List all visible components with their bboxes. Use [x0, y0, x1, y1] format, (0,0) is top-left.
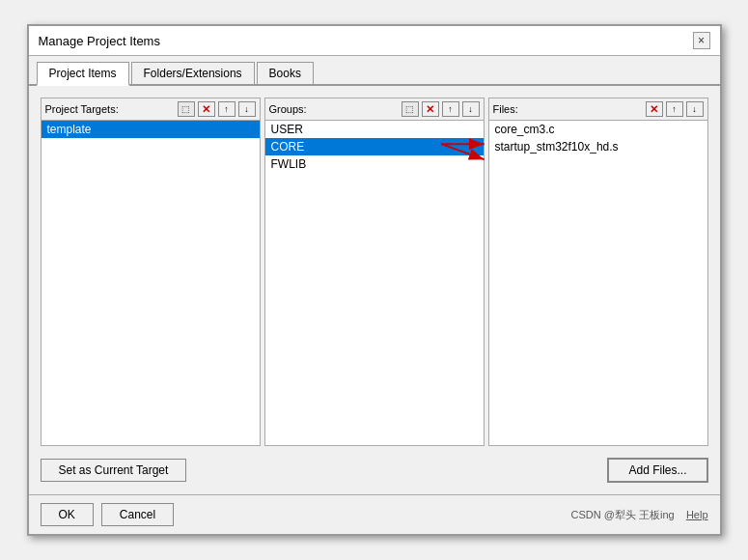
groups-panel: Groups: ⬚ ✕ ↑ ↓	[264, 98, 485, 446]
add-files-button[interactable]: Add Files...	[607, 458, 707, 483]
files-up-button[interactable]: ↑	[666, 101, 683, 117]
help-link[interactable]: Help	[686, 509, 708, 520]
targets-down-button[interactable]: ↓	[238, 101, 256, 117]
targets-delete-button[interactable]: ✕	[198, 101, 215, 117]
targets-add-button[interactable]: ⬚	[178, 101, 195, 117]
panels-row: Project Targets: ⬚ ✕ ↑ ↓	[41, 98, 708, 446]
targets-header: Project Targets: ⬚ ✕ ↑ ↓	[42, 98, 260, 121]
groups-delete-icon: ✕	[426, 103, 434, 116]
files-panel: Files: ✕ ↑ ↓ core_cm3.c	[488, 98, 708, 446]
list-item[interactable]: template	[42, 121, 260, 138]
groups-up-button[interactable]: ↑	[442, 101, 459, 117]
files-down-button[interactable]: ↓	[686, 101, 704, 117]
targets-label: Project Targets:	[45, 103, 175, 115]
content-area: Project Targets: ⬚ ✕ ↑ ↓	[29, 86, 720, 494]
targets-up-icon: ↑	[224, 104, 229, 114]
cancel-button[interactable]: Cancel	[101, 503, 174, 526]
footer: OK Cancel CSDN @犁头 王板ing Help	[29, 494, 720, 534]
files-delete-button[interactable]: ✕	[646, 101, 663, 117]
groups-add-icon: ⬚	[405, 104, 414, 114]
tab-books[interactable]: Books	[257, 62, 314, 84]
groups-up-icon: ↑	[448, 104, 453, 114]
files-up-icon: ↑	[672, 104, 677, 114]
bottom-buttons: Set as Current Target Add Files...	[41, 458, 708, 483]
groups-header: Groups: ⬚ ✕ ↑ ↓	[265, 98, 484, 121]
groups-add-button[interactable]: ⬚	[402, 101, 419, 117]
tab-project-items[interactable]: Project Items	[37, 62, 129, 86]
targets-down-icon: ↓	[244, 104, 249, 114]
groups-down-icon: ↓	[468, 104, 473, 114]
panels-wrapper: Project Targets: ⬚ ✕ ↑ ↓	[41, 98, 708, 446]
title-bar: Manage Project Items ×	[29, 26, 720, 56]
files-list: core_cm3.c startup_stm32f10x_hd.s	[489, 121, 707, 445]
tab-folders-extensions[interactable]: Folders/Extensions	[131, 62, 255, 84]
dialog-title: Manage Project Items	[39, 34, 160, 48]
targets-add-icon: ⬚	[181, 104, 190, 114]
close-icon: ×	[698, 34, 705, 47]
set-current-target-button[interactable]: Set as Current Target	[41, 459, 187, 482]
tab-bar: Project Items Folders/Extensions Books	[29, 56, 720, 86]
files-down-icon: ↓	[692, 104, 697, 114]
ok-button[interactable]: OK	[41, 503, 94, 526]
list-item[interactable]: FWLIB	[265, 155, 484, 173]
manage-project-items-dialog: Manage Project Items × Project Items Fol…	[27, 24, 722, 536]
watermark: CSDN @犁头 王板ing Help	[571, 508, 708, 522]
groups-down-button[interactable]: ↓	[462, 101, 480, 117]
list-item[interactable]: USER	[265, 121, 484, 138]
close-button[interactable]: ×	[693, 32, 710, 49]
files-delete-icon: ✕	[650, 103, 658, 116]
footer-buttons: OK Cancel	[41, 503, 175, 526]
targets-list: template	[42, 121, 260, 445]
files-label: Files:	[493, 103, 643, 115]
targets-delete-icon: ✕	[202, 103, 210, 116]
list-item[interactable]: core_cm3.c	[489, 121, 707, 138]
groups-label: Groups:	[269, 103, 399, 115]
targets-up-button[interactable]: ↑	[218, 101, 235, 117]
list-item[interactable]: CORE	[265, 138, 484, 155]
groups-delete-button[interactable]: ✕	[422, 101, 439, 117]
project-targets-panel: Project Targets: ⬚ ✕ ↑ ↓	[41, 98, 261, 446]
groups-list: USER CORE FWLIB	[265, 121, 484, 445]
list-item[interactable]: startup_stm32f10x_hd.s	[489, 138, 707, 155]
files-header: Files: ✕ ↑ ↓	[489, 98, 707, 121]
